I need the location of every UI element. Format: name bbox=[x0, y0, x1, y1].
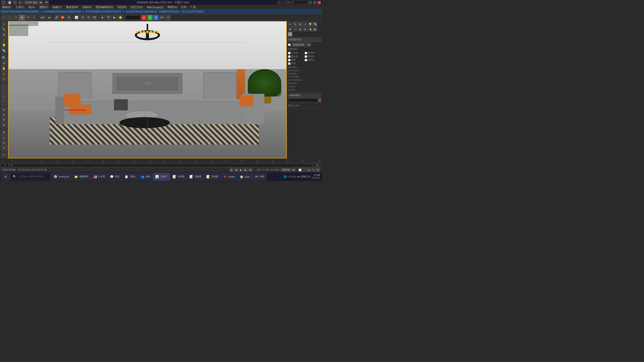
taskbar-app-info[interactable]: 💬 信息 bbox=[108, 173, 122, 180]
go-end-btn[interactable]: ⏭ bbox=[249, 168, 253, 172]
paint-select[interactable]: 🖌 bbox=[1, 107, 7, 112]
menu-ads[interactable]: 广告 bbox=[189, 5, 197, 9]
display-tool[interactable]: 💡 bbox=[1, 43, 7, 48]
zoom-all[interactable]: ⊞ bbox=[1, 61, 7, 66]
rp-motion-icon[interactable]: ↗ bbox=[303, 22, 307, 26]
hierarchy-tool[interactable]: ⊞ bbox=[1, 32, 7, 37]
render-mode-select[interactable]: 透视对象 bbox=[281, 168, 296, 172]
rp-hierarchy-icon[interactable]: ⊞ bbox=[298, 22, 302, 26]
taskbar-app-game[interactable]: 🎮 游戏 bbox=[253, 173, 267, 180]
next-frame-btn[interactable]: ▶ bbox=[244, 168, 248, 172]
spinner-snap[interactable]: ⟲ bbox=[1, 146, 7, 151]
prev-frame-btn[interactable]: ◀ bbox=[234, 168, 238, 172]
render-btn[interactable]: ▶ bbox=[112, 15, 117, 20]
menu-render[interactable]: 渲染(R) bbox=[116, 5, 128, 9]
frame-input[interactable] bbox=[1, 164, 9, 167]
taskbar-app-adobe[interactable]: Ai Adobe bbox=[221, 173, 237, 180]
tray-lang[interactable]: ENG bbox=[301, 175, 307, 178]
go-start-btn[interactable]: ⏮ bbox=[229, 168, 233, 172]
menu-create[interactable]: 创建(C) bbox=[51, 5, 63, 9]
menu-help[interactable]: 帮助(H) bbox=[167, 5, 178, 9]
select-tool[interactable]: ↖ bbox=[1, 15, 7, 20]
bb-btn3[interactable]: ⊕ bbox=[307, 168, 311, 172]
taskbar-app-3dsmax[interactable]: 📊 方案A7 bbox=[153, 173, 170, 180]
rp-checkbox[interactable] bbox=[288, 43, 291, 46]
lasso-select[interactable]: 〰 bbox=[1, 100, 7, 105]
taskbar-app-machine[interactable]: 🏭 1-机理 bbox=[91, 173, 107, 180]
viewport-container[interactable]: ≡⊞≡ bbox=[8, 21, 287, 158]
taskbar-app-group[interactable]: 👥 群集 bbox=[138, 173, 152, 180]
cb-sphere[interactable] bbox=[305, 52, 307, 54]
taskbar-app-2020[interactable]: 🏠 2020 bbox=[237, 173, 252, 180]
roll-tool[interactable]: ⟳ bbox=[1, 77, 7, 82]
align-tool[interactable]: ⊞ bbox=[80, 15, 85, 20]
bb-btn1[interactable]: ⬜ bbox=[298, 168, 302, 172]
cb-cone[interactable] bbox=[305, 55, 307, 58]
zoom-tool[interactable]: 🔍 bbox=[1, 55, 7, 60]
rect-select[interactable]: ⬚ bbox=[1, 84, 7, 89]
redo-btn[interactable]: ↪ bbox=[18, 1, 22, 5]
snap-3d[interactable]: ⊕ bbox=[1, 130, 7, 135]
percent-snap[interactable]: % bbox=[1, 141, 7, 146]
material-editor[interactable]: ◈ bbox=[100, 15, 105, 20]
create-tool[interactable]: ✦ bbox=[1, 22, 7, 27]
unlink-tool[interactable]: ⛔ bbox=[60, 15, 65, 20]
play-btn[interactable]: ▶ bbox=[239, 168, 243, 172]
menu-tools[interactable]: 工具(T) bbox=[14, 5, 25, 9]
rotate-tool[interactable]: ↻ bbox=[25, 15, 31, 20]
select-region[interactable]: ⬚ bbox=[7, 15, 13, 20]
undo-btn[interactable]: ↩ bbox=[13, 1, 17, 5]
rp-col6[interactable]: ▶ bbox=[313, 27, 317, 31]
scale-tool[interactable]: ⤡ bbox=[31, 15, 37, 20]
cb-circle[interactable] bbox=[288, 59, 291, 61]
cb-box[interactable] bbox=[288, 52, 291, 54]
select-mode-dropdown[interactable]: 全部 bbox=[39, 15, 52, 20]
taskbar-app-test[interactable]: 🅐 Testing for bbox=[51, 173, 71, 180]
render-setup[interactable]: 🎬 bbox=[106, 15, 111, 20]
pan-tool[interactable]: ✋ bbox=[1, 66, 7, 71]
rp-col2[interactable]: □ bbox=[293, 27, 297, 31]
quick-access-btn[interactable]: 💾 bbox=[7, 1, 12, 5]
cb-quad[interactable] bbox=[305, 59, 307, 61]
taskbar-app-untitled1[interactable]: 📝 无标题 bbox=[170, 173, 187, 180]
total-frames-input[interactable] bbox=[313, 164, 321, 167]
bb-btn4[interactable]: ⬡ bbox=[311, 168, 315, 172]
start-btn[interactable]: ⊞ bbox=[1, 173, 10, 180]
rp-col5[interactable]: ◀ bbox=[308, 27, 312, 31]
close-btn[interactable]: × bbox=[317, 1, 321, 4]
angle-snap[interactable]: ∠ bbox=[1, 135, 7, 140]
menu-graph-editor[interactable]: 图形编辑器(D) bbox=[95, 5, 114, 9]
cb-plane[interactable] bbox=[288, 62, 291, 65]
workspace-select[interactable]: 工作区: 默认 bbox=[23, 1, 43, 5]
taskbar-app-plana[interactable]: 📋 方案A bbox=[122, 173, 138, 180]
move-tool[interactable]: ✥ bbox=[19, 15, 25, 20]
isolate-toggle[interactable]: ◎ bbox=[1, 112, 7, 117]
maximize-btn[interactable]: □ bbox=[313, 1, 316, 4]
menu-maxscript[interactable]: MAXScript(X) bbox=[146, 6, 165, 9]
motion-tool[interactable]: ↗ bbox=[1, 38, 7, 43]
menu-cloud[interactable]: 云存 bbox=[180, 5, 187, 9]
help-btn[interactable]: ? bbox=[1, 153, 7, 158]
menu-group[interactable]: 组(G) bbox=[27, 5, 36, 9]
bb-btn5[interactable]: ⊞ bbox=[316, 168, 320, 172]
mirror-tool[interactable]: ⬜ bbox=[74, 15, 79, 20]
lock-axis-z[interactable]: Z bbox=[153, 15, 159, 20]
hide-sel[interactable]: 👁 bbox=[1, 123, 7, 128]
workspace-options[interactable]: ▼ bbox=[44, 1, 49, 5]
circle-select[interactable]: ○ bbox=[1, 89, 7, 94]
taskbar-app-video[interactable]: 📁 视频录制 bbox=[72, 173, 91, 180]
cb-cylinder[interactable] bbox=[288, 55, 291, 58]
rp-display-icon[interactable]: 💡 bbox=[308, 22, 312, 26]
fence-select[interactable]: ⬡ bbox=[1, 94, 7, 99]
rp-col1[interactable]: ■ bbox=[288, 27, 292, 31]
minimize-btn[interactable]: − bbox=[308, 1, 312, 4]
menu-custom[interactable]: 自定义(U) bbox=[130, 5, 144, 9]
taskbar-search[interactable]: 🔍 在这里输入你要搜索的内容 bbox=[11, 173, 51, 180]
orbit-tool[interactable]: ↻ bbox=[1, 71, 7, 76]
tray-network[interactable]: 🌐 bbox=[284, 175, 287, 178]
select-filter[interactable]: ⬡ bbox=[13, 15, 19, 20]
rp-utility-icon[interactable]: 🔩 bbox=[313, 22, 317, 26]
rp-modify-icon[interactable]: 🔧 bbox=[293, 22, 297, 26]
rp-create-icon[interactable]: ✦ bbox=[288, 22, 292, 26]
menu-animation[interactable]: 动画(A) bbox=[81, 5, 93, 9]
